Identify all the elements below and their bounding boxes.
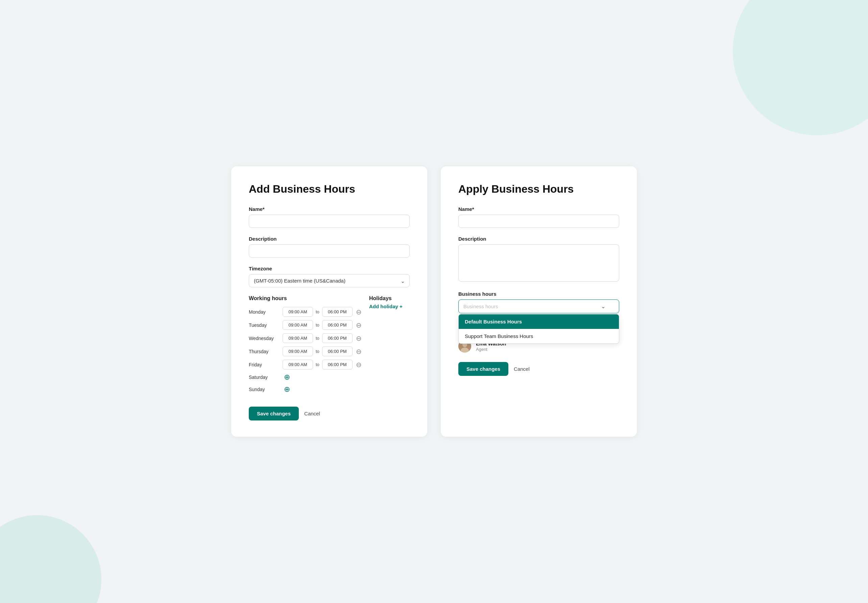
working-hours-col: Working hours Monday to ⊖ Tuesday to ⊖ bbox=[249, 295, 362, 397]
day-row-thursday: Thursday to ⊖ bbox=[249, 346, 362, 356]
timezone-select-wrapper: (GMT-05:00) Eastern time (US&Canada) ⌄ bbox=[249, 274, 410, 287]
day-name-thursday: Thursday bbox=[249, 349, 283, 354]
sunday-add-button[interactable]: ⊕ bbox=[284, 385, 290, 394]
timezone-select[interactable]: (GMT-05:00) Eastern time (US&Canada) bbox=[249, 274, 410, 287]
monday-to-label: to bbox=[316, 309, 320, 314]
day-name-saturday: Saturday bbox=[249, 374, 283, 380]
business-hours-dropdown-trigger[interactable]: Business hours ⌄ bbox=[458, 300, 619, 313]
tuesday-to-label: to bbox=[316, 322, 320, 328]
right-description-input[interactable] bbox=[458, 244, 619, 281]
tuesday-end-input[interactable] bbox=[322, 320, 352, 330]
day-row-monday: Monday to ⊖ bbox=[249, 307, 362, 317]
monday-remove-button[interactable]: ⊖ bbox=[356, 309, 362, 315]
apply-business-hours-card: Apply Business Hours Name* Description B… bbox=[441, 166, 637, 437]
add-business-hours-title: Add Business Hours bbox=[249, 182, 410, 195]
day-row-sunday: Sunday ⊕ bbox=[249, 385, 362, 394]
right-name-label: Name* bbox=[458, 206, 619, 212]
wednesday-end-input[interactable] bbox=[322, 333, 352, 343]
day-name-tuesday: Tuesday bbox=[249, 322, 283, 328]
right-description-label: Description bbox=[458, 236, 619, 242]
working-hours-label: Working hours bbox=[249, 295, 287, 302]
friday-start-input[interactable] bbox=[283, 360, 313, 370]
day-name-wednesday: Wednesday bbox=[249, 336, 283, 341]
monday-start-input[interactable] bbox=[283, 307, 313, 317]
left-name-label: Name* bbox=[249, 206, 410, 212]
right-business-hours-label: Business hours bbox=[458, 291, 619, 297]
left-save-button[interactable]: Save changes bbox=[249, 407, 299, 421]
tuesday-start-input[interactable] bbox=[283, 320, 313, 330]
day-row-friday: Friday to ⊖ bbox=[249, 360, 362, 370]
day-name-monday: Monday bbox=[249, 309, 283, 315]
business-hours-dropdown-menu: Default Business Hours Support Team Busi… bbox=[458, 314, 619, 344]
day-row-tuesday: Tuesday to ⊖ bbox=[249, 320, 362, 330]
friday-remove-button[interactable]: ⊖ bbox=[356, 361, 362, 368]
friday-end-input[interactable] bbox=[322, 360, 352, 370]
bg-decoration-top-right bbox=[733, 0, 868, 135]
dropdown-option-default[interactable]: Default Business Hours bbox=[459, 314, 619, 329]
tuesday-remove-button[interactable]: ⊖ bbox=[356, 322, 362, 329]
right-business-hours-field-group: Business hours Business hours ⌄ Default … bbox=[458, 291, 619, 313]
left-description-input[interactable] bbox=[249, 244, 410, 258]
page-container: Add Business Hours Name* Description Tim… bbox=[231, 166, 637, 437]
saturday-add-button[interactable]: ⊕ bbox=[284, 373, 290, 382]
left-cancel-button[interactable]: Cancel bbox=[304, 411, 320, 416]
right-name-input[interactable] bbox=[458, 215, 619, 228]
holidays-label: Holidays bbox=[369, 295, 410, 302]
business-hours-placeholder: Business hours bbox=[463, 303, 498, 309]
monday-end-input[interactable] bbox=[322, 307, 352, 317]
right-save-button[interactable]: Save changes bbox=[458, 362, 508, 376]
left-description-field-group: Description bbox=[249, 236, 410, 258]
thursday-end-input[interactable] bbox=[322, 346, 352, 356]
thursday-start-input[interactable] bbox=[283, 346, 313, 356]
friday-to-label: to bbox=[316, 362, 320, 367]
add-business-hours-card: Add Business Hours Name* Description Tim… bbox=[231, 166, 427, 437]
holidays-col: Holidays Add holiday + bbox=[362, 295, 410, 397]
wednesday-start-input[interactable] bbox=[283, 333, 313, 343]
wednesday-to-label: to bbox=[316, 336, 320, 341]
apply-business-hours-title: Apply Business Hours bbox=[458, 182, 619, 195]
bg-decoration-bottom-left bbox=[0, 515, 101, 603]
dropdown-chevron-icon: ⌄ bbox=[601, 303, 605, 309]
wednesday-remove-button[interactable]: ⊖ bbox=[356, 335, 362, 342]
day-row-wednesday: Wednesday to ⊖ bbox=[249, 333, 362, 343]
left-name-input[interactable] bbox=[249, 215, 410, 228]
dropdown-option-support[interactable]: Support Team Business Hours bbox=[459, 329, 619, 343]
right-cancel-button[interactable]: Cancel bbox=[514, 366, 530, 372]
business-hours-dropdown-wrapper: Business hours ⌄ Default Business Hours … bbox=[458, 300, 619, 313]
add-holiday-link[interactable]: Add holiday + bbox=[369, 303, 403, 309]
agent-role-ema: Agent bbox=[476, 347, 506, 352]
right-name-field-group: Name* bbox=[458, 206, 619, 228]
left-action-row: Save changes Cancel bbox=[249, 407, 410, 421]
left-timezone-label: Timezone bbox=[249, 266, 410, 271]
thursday-remove-button[interactable]: ⊖ bbox=[356, 348, 362, 355]
thursday-to-label: to bbox=[316, 349, 320, 354]
working-holidays-section: Working hours Monday to ⊖ Tuesday to ⊖ bbox=[249, 295, 410, 397]
day-name-friday: Friday bbox=[249, 362, 283, 367]
working-hours-header: Working hours bbox=[249, 295, 362, 302]
right-description-field-group: Description bbox=[458, 236, 619, 283]
left-description-label: Description bbox=[249, 236, 410, 242]
day-row-saturday: Saturday ⊕ bbox=[249, 373, 362, 382]
day-name-sunday: Sunday bbox=[249, 387, 283, 392]
left-name-field-group: Name* bbox=[249, 206, 410, 228]
left-timezone-field-group: Timezone (GMT-05:00) Eastern time (US&Ca… bbox=[249, 266, 410, 287]
right-action-row: Save changes Cancel bbox=[458, 362, 619, 376]
